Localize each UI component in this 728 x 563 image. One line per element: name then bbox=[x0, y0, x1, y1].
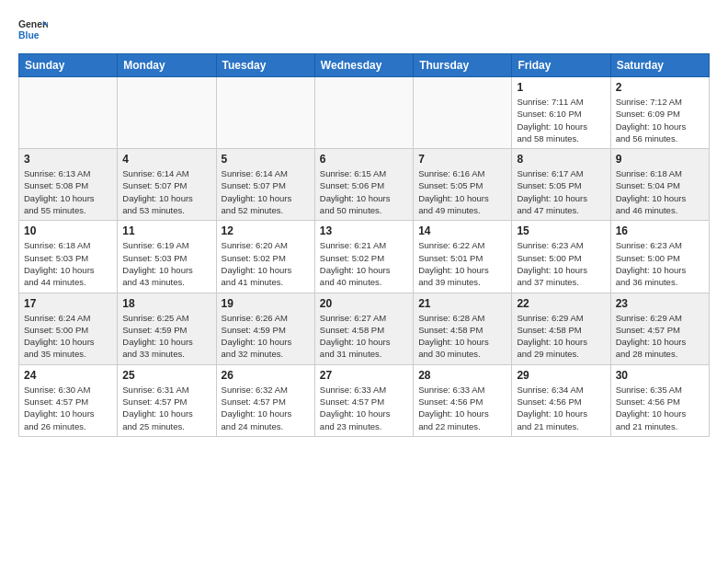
day-number: 5 bbox=[222, 153, 310, 166]
day-cell bbox=[19, 77, 118, 149]
day-info: Sunrise: 6:29 AM Sunset: 4:58 PM Dayligh… bbox=[517, 312, 605, 361]
week-row-2: 10Sunrise: 6:18 AM Sunset: 5:03 PM Dayli… bbox=[19, 221, 710, 293]
day-number: 25 bbox=[122, 369, 210, 382]
day-number: 20 bbox=[320, 297, 408, 310]
day-number: 11 bbox=[122, 224, 210, 237]
day-cell: 4Sunrise: 6:14 AM Sunset: 5:07 PM Daylig… bbox=[118, 149, 216, 221]
day-cell: 18Sunrise: 6:25 AM Sunset: 4:59 PM Dayli… bbox=[118, 293, 216, 364]
day-cell: 23Sunrise: 6:29 AM Sunset: 4:57 PM Dayli… bbox=[610, 293, 709, 364]
day-cell: 15Sunrise: 6:23 AM Sunset: 5:00 PM Dayli… bbox=[512, 221, 610, 293]
day-cell bbox=[314, 77, 413, 149]
day-info: Sunrise: 6:17 AM Sunset: 5:05 PM Dayligh… bbox=[517, 167, 605, 216]
day-number: 3 bbox=[24, 153, 112, 166]
col-header-friday: Friday bbox=[512, 54, 610, 77]
day-number: 13 bbox=[320, 224, 408, 237]
day-cell: 21Sunrise: 6:28 AM Sunset: 4:58 PM Dayli… bbox=[414, 293, 512, 364]
day-cell: 2Sunrise: 7:12 AM Sunset: 6:09 PM Daylig… bbox=[610, 77, 709, 149]
day-number: 27 bbox=[320, 369, 408, 382]
day-cell: 14Sunrise: 6:22 AM Sunset: 5:01 PM Dayli… bbox=[414, 221, 512, 293]
day-number: 16 bbox=[616, 224, 704, 237]
day-number: 1 bbox=[517, 81, 605, 94]
week-row-3: 17Sunrise: 6:24 AM Sunset: 5:00 PM Dayli… bbox=[19, 293, 710, 364]
day-info: Sunrise: 6:18 AM Sunset: 5:04 PM Dayligh… bbox=[616, 167, 704, 216]
day-cell: 29Sunrise: 6:34 AM Sunset: 4:56 PM Dayli… bbox=[512, 364, 610, 436]
day-cell: 27Sunrise: 6:33 AM Sunset: 4:57 PM Dayli… bbox=[314, 364, 413, 436]
day-info: Sunrise: 6:33 AM Sunset: 4:57 PM Dayligh… bbox=[320, 384, 408, 432]
col-header-monday: Monday bbox=[118, 54, 216, 77]
day-cell: 6Sunrise: 6:15 AM Sunset: 5:06 PM Daylig… bbox=[314, 149, 413, 221]
day-info: Sunrise: 6:24 AM Sunset: 5:00 PM Dayligh… bbox=[24, 312, 112, 361]
day-cell bbox=[414, 77, 512, 149]
day-info: Sunrise: 6:33 AM Sunset: 4:56 PM Dayligh… bbox=[418, 384, 506, 432]
day-info: Sunrise: 6:30 AM Sunset: 4:57 PM Dayligh… bbox=[24, 384, 112, 432]
day-number: 15 bbox=[517, 224, 605, 237]
day-number: 24 bbox=[24, 369, 112, 382]
day-info: Sunrise: 7:11 AM Sunset: 6:10 PM Dayligh… bbox=[517, 96, 605, 144]
day-info: Sunrise: 6:35 AM Sunset: 4:56 PM Dayligh… bbox=[616, 384, 704, 432]
day-cell bbox=[118, 77, 216, 149]
col-header-thursday: Thursday bbox=[414, 54, 512, 77]
day-number: 30 bbox=[616, 369, 704, 382]
day-cell: 25Sunrise: 6:31 AM Sunset: 4:57 PM Dayli… bbox=[118, 364, 216, 436]
week-row-1: 3Sunrise: 6:13 AM Sunset: 5:08 PM Daylig… bbox=[19, 149, 710, 221]
day-number: 19 bbox=[222, 297, 310, 310]
day-info: Sunrise: 6:20 AM Sunset: 5:02 PM Dayligh… bbox=[222, 239, 310, 288]
day-number: 2 bbox=[616, 81, 704, 94]
day-info: Sunrise: 6:14 AM Sunset: 5:07 PM Dayligh… bbox=[222, 167, 310, 216]
day-info: Sunrise: 6:26 AM Sunset: 4:59 PM Dayligh… bbox=[222, 312, 310, 361]
day-info: Sunrise: 6:18 AM Sunset: 5:03 PM Dayligh… bbox=[24, 239, 112, 288]
day-number: 22 bbox=[517, 297, 605, 310]
day-number: 29 bbox=[517, 369, 605, 382]
day-info: Sunrise: 6:25 AM Sunset: 4:59 PM Dayligh… bbox=[122, 312, 210, 361]
logo-icon: General Blue bbox=[18, 15, 48, 44]
day-number: 28 bbox=[418, 369, 506, 382]
day-number: 26 bbox=[222, 369, 310, 382]
calendar-table: SundayMondayTuesdayWednesdayThursdayFrid… bbox=[18, 53, 710, 437]
day-info: Sunrise: 6:23 AM Sunset: 5:00 PM Dayligh… bbox=[616, 239, 704, 288]
day-cell: 19Sunrise: 6:26 AM Sunset: 4:59 PM Dayli… bbox=[216, 293, 314, 364]
day-number: 4 bbox=[122, 153, 210, 166]
day-cell: 11Sunrise: 6:19 AM Sunset: 5:03 PM Dayli… bbox=[118, 221, 216, 293]
day-info: Sunrise: 6:23 AM Sunset: 5:00 PM Dayligh… bbox=[517, 239, 605, 288]
col-header-sunday: Sunday bbox=[19, 54, 118, 77]
week-row-4: 24Sunrise: 6:30 AM Sunset: 4:57 PM Dayli… bbox=[19, 364, 710, 436]
day-info: Sunrise: 7:12 AM Sunset: 6:09 PM Dayligh… bbox=[616, 96, 704, 144]
day-number: 9 bbox=[616, 153, 704, 166]
day-cell: 9Sunrise: 6:18 AM Sunset: 5:04 PM Daylig… bbox=[610, 149, 709, 221]
col-header-tuesday: Tuesday bbox=[216, 54, 314, 77]
day-number: 21 bbox=[418, 297, 506, 310]
day-cell: 3Sunrise: 6:13 AM Sunset: 5:08 PM Daylig… bbox=[19, 149, 118, 221]
day-cell: 30Sunrise: 6:35 AM Sunset: 4:56 PM Dayli… bbox=[610, 364, 709, 436]
day-cell: 16Sunrise: 6:23 AM Sunset: 5:00 PM Dayli… bbox=[610, 221, 709, 293]
day-info: Sunrise: 6:22 AM Sunset: 5:01 PM Dayligh… bbox=[418, 239, 506, 288]
logo: General Blue bbox=[18, 15, 48, 44]
day-number: 8 bbox=[517, 153, 605, 166]
day-cell: 7Sunrise: 6:16 AM Sunset: 5:05 PM Daylig… bbox=[414, 149, 512, 221]
day-cell: 1Sunrise: 7:11 AM Sunset: 6:10 PM Daylig… bbox=[512, 77, 610, 149]
day-cell: 13Sunrise: 6:21 AM Sunset: 5:02 PM Dayli… bbox=[314, 221, 413, 293]
calendar-page: General Blue SundayMondayTuesdayWednesda… bbox=[0, 0, 728, 452]
day-number: 12 bbox=[222, 224, 310, 237]
svg-text:Blue: Blue bbox=[18, 30, 40, 40]
day-cell: 20Sunrise: 6:27 AM Sunset: 4:58 PM Dayli… bbox=[314, 293, 413, 364]
day-cell: 8Sunrise: 6:17 AM Sunset: 5:05 PM Daylig… bbox=[512, 149, 610, 221]
day-number: 18 bbox=[122, 297, 210, 310]
day-cell bbox=[216, 77, 314, 149]
day-cell: 26Sunrise: 6:32 AM Sunset: 4:57 PM Dayli… bbox=[216, 364, 314, 436]
day-number: 17 bbox=[24, 297, 112, 310]
col-header-wednesday: Wednesday bbox=[314, 54, 413, 77]
day-info: Sunrise: 6:29 AM Sunset: 4:57 PM Dayligh… bbox=[616, 312, 704, 361]
calendar-header-row: SundayMondayTuesdayWednesdayThursdayFrid… bbox=[19, 54, 710, 77]
day-cell: 24Sunrise: 6:30 AM Sunset: 4:57 PM Dayli… bbox=[19, 364, 118, 436]
day-info: Sunrise: 6:15 AM Sunset: 5:06 PM Dayligh… bbox=[320, 167, 408, 216]
day-info: Sunrise: 6:13 AM Sunset: 5:08 PM Dayligh… bbox=[24, 167, 112, 216]
day-info: Sunrise: 6:28 AM Sunset: 4:58 PM Dayligh… bbox=[418, 312, 506, 361]
header: General Blue bbox=[18, 15, 710, 44]
day-info: Sunrise: 6:27 AM Sunset: 4:58 PM Dayligh… bbox=[320, 312, 408, 361]
day-info: Sunrise: 6:21 AM Sunset: 5:02 PM Dayligh… bbox=[320, 239, 408, 288]
day-cell: 22Sunrise: 6:29 AM Sunset: 4:58 PM Dayli… bbox=[512, 293, 610, 364]
day-number: 23 bbox=[616, 297, 704, 310]
day-number: 14 bbox=[418, 224, 506, 237]
day-number: 6 bbox=[320, 153, 408, 166]
day-info: Sunrise: 6:34 AM Sunset: 4:56 PM Dayligh… bbox=[517, 384, 605, 432]
